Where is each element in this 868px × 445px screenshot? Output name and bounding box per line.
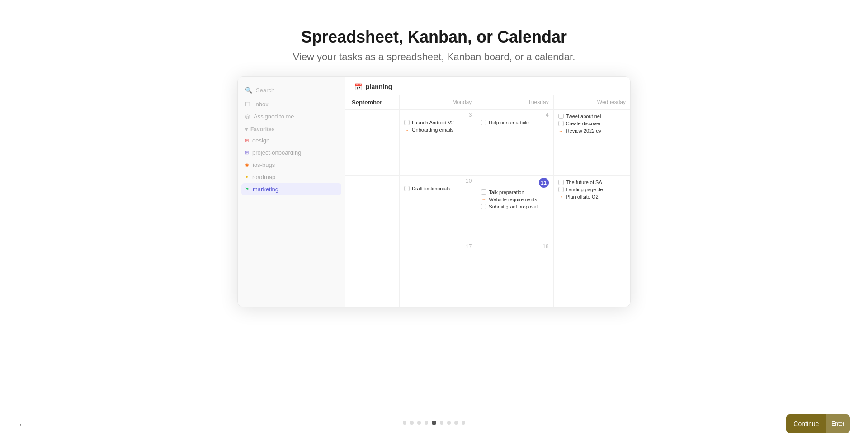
week1-wednesday-cell: Tweet about nei Create discover → Review… <box>554 110 630 175</box>
task-item[interactable]: Draft testimonials <box>402 185 473 192</box>
inbox-icon: ☐ <box>245 101 250 108</box>
sidebar-item-design[interactable]: ⊞ design <box>238 134 345 147</box>
nav-dot-4[interactable] <box>425 421 428 425</box>
week-row-3: 17 18 <box>345 241 630 307</box>
nav-dot-7[interactable] <box>447 421 451 425</box>
month-label: September <box>345 95 400 109</box>
task-item[interactable]: Submit grant proposal <box>479 203 550 210</box>
week3-wednesday-cell <box>554 241 630 307</box>
assigned-icon: ◎ <box>245 113 250 120</box>
task-checkbox[interactable] <box>481 189 486 195</box>
flag-icon: ⚑ <box>245 187 249 192</box>
nav-dot-1[interactable] <box>403 421 406 425</box>
favorites-section-label: ▾ Favorites <box>238 123 345 134</box>
task-item[interactable]: → Onboarding emails <box>402 126 473 133</box>
day-num: 4 <box>479 112 550 119</box>
task-label: Website requirements <box>489 197 537 202</box>
sidebar-item-label: Assigned to me <box>254 113 294 120</box>
task-item[interactable]: Create discover <box>557 120 627 127</box>
week2-monday-cell: 10 Draft testimonials <box>400 176 476 241</box>
task-checkbox[interactable] <box>558 114 564 119</box>
forward-arrow-icon: → <box>558 128 564 133</box>
week3-monday-cell: 17 <box>400 241 476 307</box>
day-num: 3 <box>402 112 473 119</box>
task-item[interactable]: → Plan offsite Q2 <box>557 193 627 200</box>
week-row-2: 10 Draft testimonials 11 Talk preparatio… <box>345 176 630 241</box>
search-icon: 🔍 <box>245 87 252 94</box>
task-item[interactable]: Talk preparation <box>479 189 550 196</box>
sidebar-item-label: project-onboarding <box>252 149 301 156</box>
sidebar: 🔍 Search ☐ Inbox ◎ Assigned to me ▾ Favo… <box>238 77 345 307</box>
task-label: Launch Android V2 <box>412 120 454 125</box>
app-preview: 🔍 Search ☐ Inbox ◎ Assigned to me ▾ Favo… <box>237 76 631 307</box>
task-item[interactable]: The future of SA <box>557 179 627 186</box>
day-header-monday: Monday <box>400 95 476 109</box>
week-label-col-1 <box>345 110 400 175</box>
task-label: Review 2022 ev <box>566 128 601 133</box>
task-checkbox[interactable] <box>404 186 410 191</box>
sidebar-item-label: ios-bugs <box>253 161 275 168</box>
day-num: 18 <box>479 243 550 251</box>
task-item[interactable]: → Website requirements <box>479 196 550 203</box>
week1-monday-cell: 3 Launch Android V2 → Onboarding emails <box>400 110 476 175</box>
day-header-wednesday: Wednesday <box>554 95 630 109</box>
nav-dot-3[interactable] <box>417 421 421 425</box>
task-label: Submit grant proposal <box>489 204 538 209</box>
task-label: Talk preparation <box>489 189 524 195</box>
chevron-icon: ▾ <box>245 126 248 133</box>
nav-dot-6[interactable] <box>440 421 443 425</box>
task-item[interactable]: → Review 2022 ev <box>557 127 627 134</box>
nav-dot-8[interactable] <box>454 421 458 425</box>
nav-dot-5[interactable] <box>432 421 436 425</box>
sidebar-item-assigned[interactable]: ◎ Assigned to me <box>238 110 345 123</box>
page-title: Spreadsheet, Kanban, or Calendar <box>293 27 576 47</box>
calendar-header: 📅 planning <box>345 77 630 95</box>
calendar-main: 📅 planning September Monday Tuesday Wedn… <box>345 77 630 307</box>
task-item[interactable]: Launch Android V2 <box>402 119 473 126</box>
task-label: Plan offsite Q2 <box>566 194 599 199</box>
forward-arrow-icon: → <box>481 197 486 202</box>
search-placeholder: Search <box>256 87 274 94</box>
back-button[interactable]: ← <box>18 419 27 430</box>
week2-tuesday-cell: 11 Talk preparation → Website requiremen… <box>476 176 553 241</box>
task-label: Draft testimonials <box>412 186 450 191</box>
day-header-tuesday: Tuesday <box>476 95 553 109</box>
calendar-icon: 📅 <box>354 83 362 90</box>
continue-button[interactable]: Continue Enter <box>786 414 850 433</box>
sidebar-item-label: design <box>252 137 269 144</box>
sidebar-search[interactable]: 🔍 Search <box>238 84 345 96</box>
week3-tuesday-cell: 18 <box>476 241 553 307</box>
task-checkbox[interactable] <box>558 180 564 185</box>
task-label: Help center article <box>489 120 529 125</box>
nav-dot-9[interactable] <box>462 421 465 425</box>
nav-dot-2[interactable] <box>410 421 414 425</box>
forward-arrow-icon: → <box>558 194 564 199</box>
task-item[interactable]: Help center article <box>479 119 550 126</box>
today-badge: 11 <box>539 178 549 188</box>
task-checkbox[interactable] <box>481 120 486 125</box>
sidebar-item-roadmap[interactable]: ✦ roadmap <box>238 171 345 183</box>
task-label: Create discover <box>566 121 601 126</box>
task-checkbox[interactable] <box>558 121 564 126</box>
week1-tuesday-cell: 4 Help center article <box>476 110 553 175</box>
enter-label: Enter <box>826 414 850 433</box>
week-label-col-2 <box>345 176 400 241</box>
task-item[interactable]: Tweet about nei <box>557 113 627 120</box>
continue-label: Continue <box>786 420 826 427</box>
week2-wednesday-cell: The future of SA Landing page de → Plan … <box>554 176 630 241</box>
task-checkbox[interactable] <box>404 120 410 125</box>
week-row-1: 3 Launch Android V2 → Onboarding emails … <box>345 110 630 175</box>
sidebar-item-marketing[interactable]: ⚑ marketing <box>241 183 341 195</box>
task-item[interactable]: Landing page de <box>557 186 627 193</box>
task-checkbox[interactable] <box>481 204 486 209</box>
task-label: Tweet about nei <box>566 114 601 119</box>
sidebar-item-ios-bugs[interactable]: ◉ ios-bugs <box>238 159 345 171</box>
sidebar-item-project-onboarding[interactable]: ⊞ project-onboarding <box>238 147 345 159</box>
sidebar-item-label: Inbox <box>254 101 269 108</box>
calendar-title: planning <box>366 83 392 90</box>
today-badge-wrapper: 11 <box>479 178 550 189</box>
task-checkbox[interactable] <box>558 187 564 192</box>
grid-icon: ⊞ <box>245 138 249 143</box>
task-label: Landing page de <box>566 187 603 192</box>
sidebar-item-inbox[interactable]: ☐ Inbox <box>238 98 345 110</box>
